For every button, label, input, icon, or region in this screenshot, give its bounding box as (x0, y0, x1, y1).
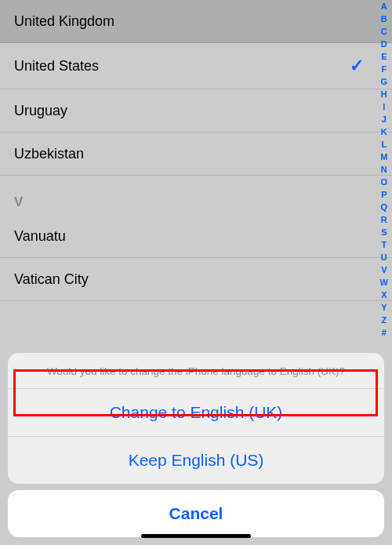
list-item[interactable]: Uzbekistan (0, 133, 392, 176)
cancel-group: Cancel (8, 490, 384, 537)
country-label: Uruguay (14, 103, 67, 119)
index-letter[interactable]: A (378, 0, 390, 13)
action-sheet: Would you like to change the iPhone lang… (0, 353, 392, 545)
index-letter[interactable]: O (378, 176, 390, 188)
index-letter[interactable]: H (378, 88, 390, 100)
list-item[interactable]: Vatican City (0, 258, 392, 301)
index-letter[interactable]: W (378, 276, 390, 289)
index-letter[interactable]: K (378, 125, 390, 138)
cancel-button[interactable]: Cancel (8, 490, 384, 537)
index-letter[interactable]: C (378, 25, 390, 38)
home-indicator[interactable] (141, 534, 251, 538)
list-item[interactable]: Vanuatu (0, 215, 392, 258)
index-letter[interactable]: E (378, 50, 390, 63)
index-letter[interactable]: I (378, 100, 390, 113)
country-label: Vatican City (14, 271, 89, 288)
index-letter[interactable]: M (378, 151, 390, 163)
country-label: Vanuatu (14, 228, 66, 245)
index-letter[interactable]: Z (378, 314, 390, 326)
country-label: United States (14, 58, 99, 74)
index-letter[interactable]: D (378, 38, 390, 50)
section-header-v: V (0, 188, 392, 215)
list-item[interactable]: United Kingdom (0, 0, 392, 43)
index-letter[interactable]: T (378, 238, 390, 251)
change-language-button[interactable]: Change to English (UK) (8, 389, 384, 437)
index-letter[interactable]: Y (378, 301, 390, 314)
index-letter[interactable]: V (378, 263, 390, 276)
action-sheet-group: Would you like to change the iPhone lang… (8, 353, 384, 484)
index-letter[interactable]: B (378, 13, 390, 25)
index-letter[interactable]: L (378, 138, 390, 151)
list-item[interactable]: United States ✓ (0, 43, 392, 89)
index-letter[interactable]: N (378, 163, 390, 176)
keep-language-button[interactable]: Keep English (US) (8, 437, 384, 484)
index-letter[interactable]: X (378, 289, 390, 301)
index-letter[interactable]: Q (378, 201, 390, 213)
index-letter[interactable]: # (378, 326, 390, 339)
index-letter[interactable]: G (378, 75, 390, 88)
index-letter[interactable]: J (378, 113, 390, 125)
country-label: Uzbekistan (14, 146, 84, 162)
country-label: United Kingdom (14, 13, 114, 30)
index-letter[interactable]: U (378, 251, 390, 263)
index-letter[interactable]: P (378, 188, 390, 201)
index-letter[interactable]: S (378, 226, 390, 238)
index-letter[interactable]: F (378, 63, 390, 75)
alphabet-index[interactable]: A B C D E F G H I J K L M N O P Q R S T … (378, 0, 390, 339)
list-item[interactable]: Uruguay (0, 89, 392, 133)
index-letter[interactable]: R (378, 213, 390, 226)
checkmark-icon: ✓ (350, 56, 364, 76)
action-sheet-prompt: Would you like to change the iPhone lang… (8, 353, 384, 389)
